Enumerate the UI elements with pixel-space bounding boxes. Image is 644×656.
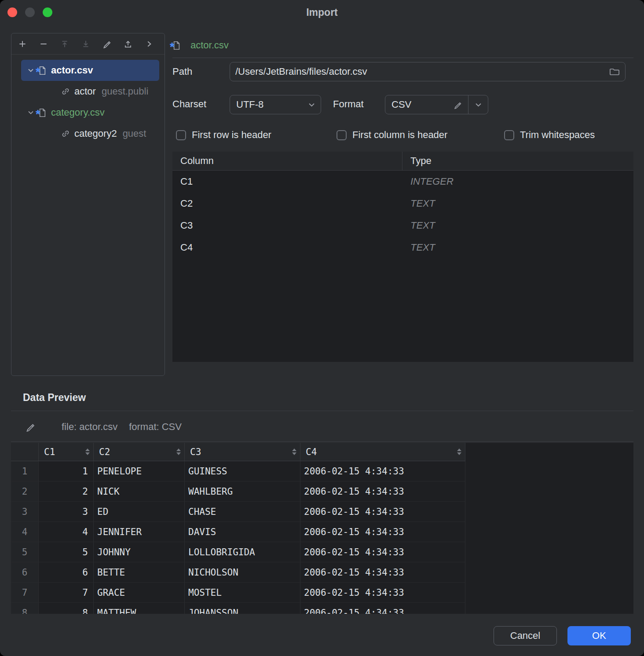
column-name-cell[interactable]: C2 bbox=[172, 198, 402, 209]
grid-cell[interactable]: NICK bbox=[94, 481, 185, 502]
column-type-cell[interactable]: TEXT bbox=[402, 220, 633, 231]
tree-item-actor-csv[interactable]: * actor.csv bbox=[21, 60, 159, 81]
column-type-cell[interactable]: TEXT bbox=[402, 242, 633, 253]
column-name-cell[interactable]: C4 bbox=[172, 242, 402, 253]
grid-cell[interactable]: 1 bbox=[39, 461, 94, 481]
type-header-cell[interactable]: Type bbox=[402, 152, 633, 170]
grid-cell[interactable]: 2006-02-15 4:34:33 bbox=[300, 562, 465, 583]
preview-file-label: file: actor.csv bbox=[62, 421, 117, 433]
grid-column-header[interactable]: C1 bbox=[39, 443, 94, 461]
chevron-down-icon[interactable] bbox=[27, 66, 35, 74]
minimize-window-button[interactable] bbox=[25, 7, 35, 17]
grid-cell[interactable]: MATTHEW bbox=[94, 603, 185, 614]
grid-cell[interactable]: 3 bbox=[39, 502, 94, 522]
grid-cell[interactable]: ED bbox=[94, 502, 185, 522]
grid-cell[interactable]: JOHNNY bbox=[94, 542, 185, 562]
checkbox-icon[interactable] bbox=[337, 130, 347, 140]
grid-cell[interactable]: LOLLOBRIGIDA bbox=[185, 542, 300, 562]
sort-icon[interactable] bbox=[176, 448, 181, 455]
chevron-down-icon[interactable] bbox=[27, 109, 35, 117]
grid-row[interactable]: 8 8 MATTHEW JOHANSSON 2006-02-15 4:34:33 bbox=[11, 603, 465, 614]
grid-cell[interactable]: 5 bbox=[39, 542, 94, 562]
close-window-button[interactable] bbox=[7, 7, 17, 17]
format-dropdown-button[interactable] bbox=[468, 95, 488, 114]
grid-row[interactable]: 1 1 PENELOPE GUINESS 2006-02-15 4:34:33 bbox=[11, 461, 465, 481]
column-type-cell[interactable]: TEXT bbox=[402, 198, 633, 209]
checkbox-label: Trim whitespaces bbox=[520, 129, 595, 141]
first-column-header-checkbox[interactable]: First column is header bbox=[337, 129, 447, 141]
tree-item-category-csv[interactable]: * category.csv bbox=[11, 102, 165, 123]
tree-item-actor-mapping[interactable]: actor guest.publi bbox=[11, 81, 165, 102]
grid-row[interactable]: 4 4 JENNIFER DAVIS 2006-02-15 4:34:33 bbox=[11, 522, 465, 542]
folder-icon[interactable] bbox=[609, 68, 620, 76]
grid-cell[interactable]: 2006-02-15 4:34:33 bbox=[300, 542, 465, 562]
window-controls bbox=[7, 7, 52, 17]
cancel-button[interactable]: Cancel bbox=[494, 626, 557, 645]
move-down-icon[interactable] bbox=[81, 39, 91, 49]
edit-icon[interactable] bbox=[102, 39, 112, 49]
grid-cell[interactable]: GUINESS bbox=[185, 461, 300, 481]
charset-format-row: Charset UTF-8 Format CSV bbox=[172, 95, 633, 114]
chevron-right-icon[interactable] bbox=[144, 39, 154, 49]
sort-icon[interactable] bbox=[292, 448, 296, 455]
grid-cell[interactable]: CHASE bbox=[185, 502, 300, 522]
grid-row[interactable]: 5 5 JOHNNY LOLLOBRIGIDA 2006-02-15 4:34:… bbox=[11, 542, 465, 562]
edit-icon[interactable] bbox=[454, 101, 462, 109]
sort-icon[interactable] bbox=[457, 448, 461, 455]
grid-cell[interactable]: DAVIS bbox=[185, 522, 300, 542]
grid-cell[interactable]: 8 bbox=[39, 603, 94, 614]
zoom-window-button[interactable] bbox=[43, 7, 52, 17]
sort-icon[interactable] bbox=[85, 448, 90, 455]
grid-cell[interactable]: BETTE bbox=[94, 562, 185, 583]
grid-cell[interactable]: 7 bbox=[39, 583, 94, 603]
column-name-cell[interactable]: C1 bbox=[172, 176, 402, 187]
grid-cell[interactable]: JENNIFER bbox=[94, 522, 185, 542]
grid-row[interactable]: 3 3 ED CHASE 2006-02-15 4:34:33 bbox=[11, 502, 465, 522]
edit-icon[interactable] bbox=[26, 422, 35, 432]
grid-column-header[interactable]: C2 bbox=[94, 443, 185, 461]
grid-cell[interactable]: PENELOPE bbox=[94, 461, 185, 481]
move-up-icon[interactable] bbox=[60, 39, 70, 49]
grid-column-header[interactable]: C4 bbox=[300, 443, 465, 461]
trim-whitespaces-checkbox[interactable]: Trim whitespaces bbox=[504, 129, 595, 141]
table-row[interactable]: C3 TEXT bbox=[172, 215, 633, 237]
grid-cell[interactable]: 6 bbox=[39, 562, 94, 583]
grid-cell[interactable]: JOHANSSON bbox=[185, 603, 300, 614]
csv-file-icon: * bbox=[38, 108, 47, 117]
grid-cell[interactable]: 2006-02-15 4:34:33 bbox=[300, 603, 465, 614]
row-number-cell: 2 bbox=[11, 481, 39, 502]
first-row-header-checkbox[interactable]: First row is header bbox=[176, 129, 271, 141]
grid-cell[interactable]: NICHOLSON bbox=[185, 562, 300, 583]
grid-cell[interactable]: 2006-02-15 4:34:33 bbox=[300, 522, 465, 542]
format-value-box[interactable]: CSV bbox=[385, 95, 468, 114]
grid-row[interactable]: 7 7 GRACE MOSTEL 2006-02-15 4:34:33 bbox=[11, 583, 465, 603]
table-row[interactable]: C4 TEXT bbox=[172, 237, 633, 259]
grid-row[interactable]: 6 6 BETTE NICHOLSON 2006-02-15 4:34:33 bbox=[11, 562, 465, 583]
grid-cell[interactable]: 2006-02-15 4:34:33 bbox=[300, 583, 465, 603]
table-row[interactable]: C1 INTEGER bbox=[172, 171, 633, 193]
grid-cell[interactable]: 2006-02-15 4:34:33 bbox=[300, 481, 465, 502]
grid-cell[interactable]: GRACE bbox=[94, 583, 185, 603]
table-row[interactable]: C2 TEXT bbox=[172, 193, 633, 215]
column-header-cell[interactable]: Column bbox=[172, 152, 402, 170]
grid-row[interactable]: 2 2 NICK WAHLBERG 2006-02-15 4:34:33 bbox=[11, 481, 465, 502]
export-icon[interactable] bbox=[123, 39, 133, 49]
column-name-cell[interactable]: C3 bbox=[172, 220, 402, 231]
charset-select[interactable]: UTF-8 bbox=[230, 95, 321, 114]
grid-cell[interactable]: 4 bbox=[39, 522, 94, 542]
grid-cell[interactable]: MOSTEL bbox=[185, 583, 300, 603]
add-icon[interactable] bbox=[18, 39, 27, 49]
grid-cell[interactable]: 2006-02-15 4:34:33 bbox=[300, 502, 465, 522]
path-value: /Users/JetBrains/files/actor.csv bbox=[235, 66, 609, 77]
grid-cell[interactable]: 2006-02-15 4:34:33 bbox=[300, 461, 465, 481]
grid-column-header[interactable]: C3 bbox=[185, 443, 300, 461]
checkbox-icon[interactable] bbox=[176, 130, 186, 140]
ok-button[interactable]: OK bbox=[567, 626, 631, 645]
path-input[interactable]: /Users/JetBrains/files/actor.csv bbox=[230, 62, 626, 81]
remove-icon[interactable] bbox=[39, 39, 48, 49]
checkbox-icon[interactable] bbox=[504, 130, 514, 140]
grid-cell[interactable]: WAHLBERG bbox=[185, 481, 300, 502]
grid-cell[interactable]: 2 bbox=[39, 481, 94, 502]
column-type-cell[interactable]: INTEGER bbox=[402, 176, 633, 187]
tree-item-category-mapping[interactable]: category2 guest bbox=[11, 123, 165, 144]
